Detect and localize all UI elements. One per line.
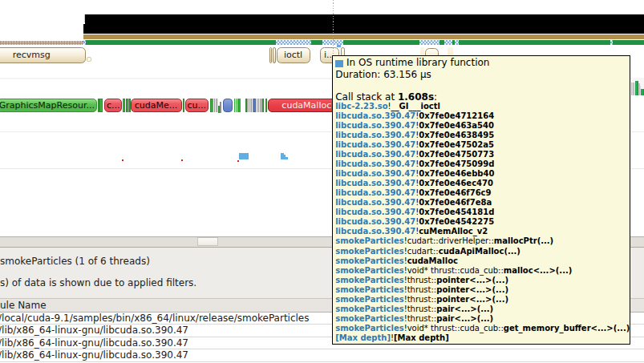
red-mark — [237, 160, 239, 162]
api-interval[interactable] — [223, 99, 233, 112]
timeline-cursor-line — [333, 0, 334, 56]
red-mark — [122, 159, 124, 161]
callstack-frame: libcuda.so.390.47!0x7fe0e46f7e8a — [335, 198, 630, 208]
os-call-button[interactable] — [269, 47, 271, 63]
tooltip-header: In OS runtime library function Duration:… — [335, 57, 489, 103]
red-mark — [181, 159, 183, 161]
callstack-frame: smokeParticles!cudart::driverHelper::mal… — [335, 236, 630, 246]
blue-mark — [286, 157, 288, 159]
callstack-frame: libcuda.so.390.47!0x7fe0e475099d — [335, 159, 630, 169]
api-interval[interactable]: c... — [104, 99, 122, 112]
callstack-frame: libcuda.so.390.47!0x7fe0e46f76c9 — [335, 188, 630, 198]
trace-activity-patch — [444, 40, 452, 45]
callstack-frame: smokeParticles!void* thrust::cuda_cub::m… — [335, 266, 630, 276]
callstack-frame: smokeParticles!cudaMalloc — [335, 256, 630, 266]
tooltip-duration: Duration: 63.156 µs — [335, 69, 489, 80]
trace-activity-patch — [610, 40, 613, 45]
callstack-frame: libcuda.so.390.47!0x7fe0e454181d — [335, 208, 630, 217]
api-interval-label: GraphicsMapResour... — [0, 100, 95, 111]
trace-blue-start — [83, 41, 84, 42]
os-call-button[interactable] — [87, 57, 91, 62]
callstack-frame: smokeParticles!thrust::pointer<...>(...) — [335, 276, 630, 285]
api-interval[interactable]: cu... — [185, 99, 209, 112]
module-name-column-label: ule Name — [0, 300, 47, 311]
minimap-process-bar[interactable] — [85, 14, 644, 25]
api-interval[interactable] — [123, 99, 125, 112]
trace-activity-patch — [276, 40, 311, 45]
table-row[interactable]: /lib/x86_64-linux-gnu/libcuda.so.390.47 — [0, 349, 644, 362]
api-interval[interactable] — [213, 99, 218, 112]
minimap-driver-bar[interactable] — [83, 40, 644, 45]
api-interval[interactable] — [262, 99, 264, 112]
callstack-frame: smokeParticles!thrust::pointer<...>(...) — [335, 285, 630, 295]
api-interval[interactable] — [99, 99, 103, 112]
histogram-bar — [631, 83, 634, 95]
callstack-frame: smokeParticles!thrust::pair<...>(...) — [335, 314, 630, 324]
os-call-button[interactable] — [273, 47, 276, 63]
callstack-tooltip: In OS runtime library function Duration:… — [332, 55, 630, 345]
callstack-frame: smokeParticles!cudart::cudaApiMalloc(...… — [335, 247, 630, 256]
callstack-frame: libcuda.so.390.47!cuMemAlloc_v2 — [335, 227, 630, 236]
callstack-frame: libcuda.so.390.47!0x7fe0e4750773 — [335, 150, 630, 159]
callstack-frame: libcuda.so.390.47!0x7fe0e463a540 — [335, 121, 630, 131]
callstack-frame: libcuda.so.390.47!0x7fe0e4712164 — [335, 111, 630, 121]
tooltip-title-line: In OS runtime library function — [335, 57, 489, 68]
api-interval-label: cudaMalloc — [281, 100, 331, 111]
os-call-label: ioctl — [284, 50, 302, 60]
trace-activity-patch — [419, 40, 439, 45]
minimap-notch — [84, 14, 85, 23]
api-interval[interactable] — [220, 102, 221, 113]
api-interval[interactable] — [247, 99, 253, 112]
callstack-frame: [Max depth]![Max depth] — [335, 333, 630, 343]
thread-summary-label: smokeParticles (1 of 6 threads) — [0, 256, 150, 267]
api-interval-label: c... — [107, 100, 120, 111]
callstack-frame: libcuda.so.390.47!0x7fe0e4542275 — [335, 217, 630, 227]
minimap-thread-bar[interactable] — [83, 24, 644, 34]
callstack-frame: libcuda.so.390.47!0x7fe0e4638495 — [335, 131, 630, 140]
tooltip-blank-line — [335, 80, 489, 91]
api-interval[interactable] — [265, 99, 267, 112]
api-interval[interactable] — [257, 99, 262, 112]
api-interval[interactable] — [234, 99, 241, 112]
blue-mark — [239, 153, 249, 159]
api-interval[interactable] — [183, 99, 185, 112]
minimap-runtime-bar[interactable] — [83, 34, 644, 39]
histogram-bar — [641, 89, 644, 96]
dotted-activity-strip — [0, 41, 83, 45]
runtime-color-swatch-icon — [335, 60, 342, 67]
api-interval-label: cudaMe... — [135, 100, 178, 111]
callstack-frame: smokeParticles!thrust::pointer<...>(...) — [335, 295, 630, 305]
callstack-frame: smokeParticles!thrust::pair<...>(...) — [335, 305, 630, 314]
os-call-label: recvmsg — [13, 50, 51, 60]
callstack-frame: libcuda.so.390.47!0x7fe0e46ec470 — [335, 179, 630, 188]
api-interval[interactable]: cudaMe... — [131, 99, 182, 112]
callstack-frame: libcuda.so.390.47!0x7fe0e47502a5 — [335, 140, 630, 150]
api-interval[interactable]: GraphicsMapResour... — [0, 99, 97, 112]
callstack-frame: libc-2.23.so!__GI___ioctl — [335, 102, 630, 111]
scrollbar-thumb[interactable] — [197, 237, 218, 246]
filter-notice-label: s) of data is shown due to applied filte… — [0, 277, 196, 288]
profiler-window: recvmsgioctli... GraphicsMapResour...c..… — [0, 0, 644, 363]
callstack-frame: smokeParticles!void* thrust::cuda_cub::g… — [335, 324, 630, 333]
tooltip-title: In OS runtime library function — [346, 57, 489, 68]
api-interval-label: cu... — [187, 100, 206, 111]
os-call-button[interactable]: ioctl — [277, 47, 310, 63]
tooltip-callstack-frames: libc-2.23.so!__GI___ioctllibcuda.so.390.… — [335, 102, 630, 344]
callstack-frame: libcuda.so.390.47!0x7fe0e46ebb40 — [335, 169, 630, 179]
trace-blue-nub — [337, 45, 341, 46]
os-call-button[interactable]: recvmsg — [0, 47, 86, 63]
trace-activity-patch — [455, 40, 459, 45]
